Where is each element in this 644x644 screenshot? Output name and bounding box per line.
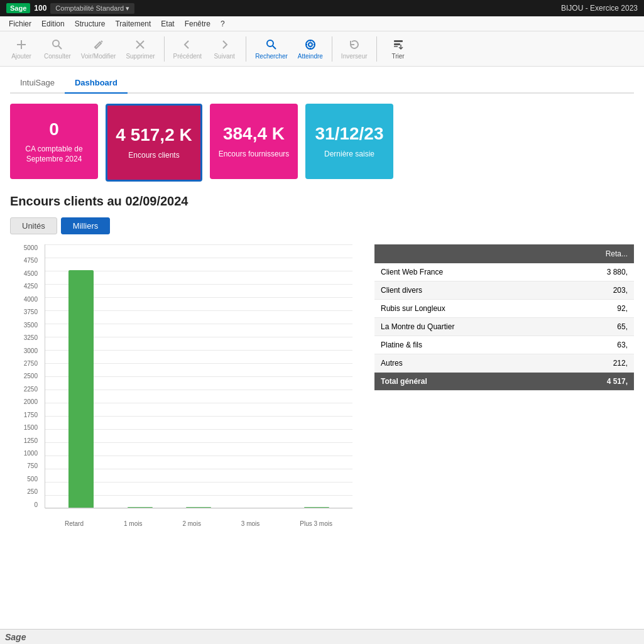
row-name: Client divers — [374, 281, 559, 300]
menu-traitement[interactable]: Traitement — [110, 18, 156, 30]
sage-logo: Sage — [6, 3, 30, 13]
sort-icon — [392, 38, 405, 51]
tab-dashboard[interactable]: Dashboard — [65, 73, 128, 94]
col-value-header: Reta... — [559, 244, 634, 263]
row-value: 212, — [559, 354, 634, 373]
kpi-row: 0 CA comptable de Septembre 2024 4 517,2… — [10, 104, 634, 182]
svg-point-9 — [306, 40, 315, 49]
svg-rect-11 — [394, 40, 403, 42]
bar — [128, 507, 153, 508]
bar-group — [128, 507, 153, 508]
row-name: La Montre du Quartier — [374, 318, 559, 336]
bars-container — [45, 244, 352, 508]
suivant-button[interactable]: Suivant — [208, 36, 241, 62]
bar-group — [68, 270, 94, 508]
y-axis: 5000 4750 4500 4250 4000 3750 3500 3250 … — [10, 244, 41, 508]
table-row: La Montre du Quartier 65, — [374, 318, 634, 336]
supprimer-button[interactable]: Supprimer — [122, 36, 158, 62]
svg-line-4 — [101, 41, 102, 42]
trier-button[interactable]: Trier — [382, 36, 415, 62]
table-row: Rubis sur Longleux 92, — [374, 300, 634, 318]
table-row: Client Web France 3 880, — [374, 263, 634, 281]
kpi-encours-fourn-value: 384,4 K — [223, 123, 285, 145]
target-icon — [304, 38, 317, 51]
chart-area: 5000 4750 4500 4250 4000 3750 3500 3250 … — [10, 244, 362, 527]
kpi-encours-clients-label: Encours clients — [128, 151, 179, 161]
x-icon — [134, 38, 146, 51]
svg-point-7 — [267, 40, 273, 46]
bar — [68, 270, 94, 508]
pencil-icon — [92, 38, 105, 51]
sep4 — [376, 36, 377, 62]
toggle-row: Unités Milliers — [10, 217, 634, 234]
unites-button[interactable]: Unités — [10, 217, 57, 234]
kpi-derniere-saisie-value: 31/12/23 — [315, 123, 384, 145]
data-table: Reta... Client Web France 3 880, Client … — [374, 244, 634, 391]
consulter-button[interactable]: Consulter — [40, 36, 75, 62]
tab-intuisage[interactable]: IntuiSage — [10, 73, 65, 94]
row-value: 3 880, — [559, 263, 634, 281]
module-selector[interactable]: Comptabilité Standard ▾ — [50, 3, 134, 14]
row-value: 203, — [559, 281, 634, 300]
menu-etat[interactable]: Etat — [156, 18, 179, 30]
row-value: 65, — [559, 318, 634, 336]
plus-icon — [15, 38, 28, 51]
row-name: Platine & fils — [374, 336, 559, 354]
rotate-icon — [348, 38, 361, 51]
svg-line-8 — [273, 46, 276, 49]
search-small-icon — [51, 38, 63, 51]
bar-group — [304, 507, 329, 508]
menu-structure[interactable]: Structure — [70, 18, 111, 30]
voir-modifier-button[interactable]: Voir/Modifier — [77, 36, 120, 62]
bar-group — [186, 507, 211, 508]
tab-bar: IntuiSage Dashboard — [10, 73, 634, 94]
menu-fichier[interactable]: Fichier — [4, 18, 36, 30]
svg-line-3 — [58, 46, 62, 49]
arrow-left-icon — [181, 38, 194, 51]
sage-version: 100 — [34, 4, 46, 13]
bar-chart: 5000 4750 4500 4250 4000 3750 3500 3250 … — [10, 244, 362, 527]
col-name-header — [374, 244, 559, 263]
atteindre-button[interactable]: Atteindre — [294, 36, 327, 62]
titlebar: Sage 100 Comptabilité Standard ▾ BIJOU -… — [0, 0, 644, 16]
row-name: Rubis sur Longleux — [374, 300, 559, 318]
kpi-derniere-saisie[interactable]: 31/12/23 Dernière saisie — [305, 104, 393, 179]
rechercher-button[interactable]: Rechercher — [251, 36, 292, 62]
sep2 — [246, 36, 246, 62]
row-value: 63, — [559, 336, 634, 354]
svg-rect-12 — [394, 43, 400, 45]
chart-plot — [45, 244, 352, 508]
kpi-encours-fourn-label: Encours fournisseurs — [219, 150, 290, 160]
precedent-button[interactable]: Précédent — [170, 36, 206, 62]
bar — [186, 507, 211, 508]
milliers-button[interactable]: Milliers — [61, 217, 110, 234]
encours-table: Reta... Client Web France 3 880, Client … — [374, 244, 634, 391]
svg-point-10 — [308, 43, 312, 46]
menu-edition[interactable]: Edition — [36, 18, 70, 30]
kpi-ca[interactable]: 0 CA comptable de Septembre 2024 — [10, 104, 98, 179]
kpi-encours-fourn[interactable]: 384,4 K Encours fournisseurs — [210, 104, 298, 179]
row-name: Client Web France — [374, 263, 559, 281]
total-row: Total général 4 517, — [374, 373, 634, 391]
main-content: IntuiSage Dashboard 0 CA comptable de Se… — [0, 67, 644, 629]
menu-help[interactable]: ? — [216, 18, 230, 30]
row-value: 92, — [559, 300, 634, 318]
table-row: Platine & fils 63, — [374, 336, 634, 354]
ajouter-button[interactable]: Ajouter — [5, 36, 38, 62]
titlebar-left: Sage 100 Comptabilité Standard ▾ — [6, 3, 134, 14]
kpi-encours-clients[interactable]: 4 517,2 K Encours clients — [106, 104, 202, 182]
kpi-ca-label: CA comptable de Septembre 2024 — [16, 145, 92, 164]
bar — [304, 507, 329, 508]
total-value: 4 517, — [559, 373, 634, 391]
total-label: Total général — [374, 373, 559, 391]
menu-fenetre[interactable]: Fenêtre — [180, 18, 216, 30]
company-info: BIJOU - Exercice 2023 — [561, 4, 638, 13]
statusbar: Sage — [0, 629, 644, 644]
row-name: Autres — [374, 354, 559, 373]
kpi-ca-value: 0 — [49, 119, 59, 140]
toolbar: Ajouter Consulter Voir/Modifier Supprime… — [0, 31, 644, 67]
section-title: Encours clients au 02/09/2024 — [10, 194, 634, 209]
sep3 — [332, 36, 332, 62]
inverseur-button[interactable]: Inverseur — [337, 36, 371, 62]
sep1 — [164, 36, 165, 62]
